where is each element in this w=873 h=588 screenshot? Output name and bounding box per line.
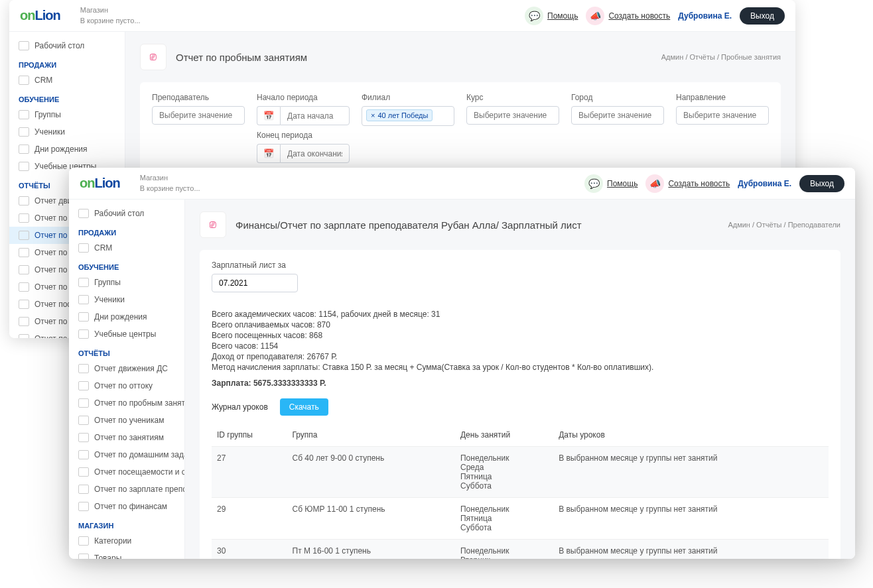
city-select[interactable]: [571, 106, 664, 125]
breadcrumb-link[interactable]: Админ: [661, 53, 684, 61]
salary-card: Зарплатный лист за Всего академических ч…: [200, 250, 840, 559]
period-input[interactable]: [212, 274, 298, 292]
create-news-link[interactable]: 📣Создать новость: [645, 174, 730, 193]
direction-select[interactable]: [676, 106, 769, 125]
sidebar-section-education: ОБУЧЕНИЕ: [9, 89, 125, 106]
label-period-end: Конец периода: [257, 131, 350, 140]
sidebar-section-reports: ОТЧЁТЫ: [69, 343, 184, 360]
teacher-select[interactable]: [152, 106, 245, 125]
sidebar-item-report[interactable]: Отчет по пробным занятиям: [69, 394, 184, 412]
sidebar-item-desktop[interactable]: Рабочий стол: [69, 205, 184, 222]
download-button[interactable]: Скачать: [280, 398, 328, 416]
store-label: Магазин: [80, 5, 141, 15]
doc-icon: [78, 485, 89, 494]
folder-icon: [19, 110, 29, 119]
sidebar-item-birthdays[interactable]: Дни рождения: [9, 141, 125, 158]
sidebar-section-education: ОБУЧЕНИЕ: [69, 257, 184, 274]
breadcrumb-link[interactable]: Отчёты: [756, 221, 781, 229]
sidebar-item-report[interactable]: Отчет движения ДС: [69, 360, 184, 377]
label-period-start: Начало периода: [257, 93, 350, 102]
page-title: Финансы/Отчет по зарплате преподавателя …: [235, 219, 582, 231]
exit-button[interactable]: Выход: [740, 7, 785, 25]
th-dates: Даты уроков: [553, 424, 829, 447]
sidebar-item-groups[interactable]: Группы: [9, 106, 125, 123]
user-name[interactable]: Дубровина Е.: [678, 11, 732, 21]
sidebar-item-crm[interactable]: CRM: [9, 72, 125, 89]
doc-icon: [19, 334, 29, 338]
window-salary-report: onLion Магазин В корзине пусто... 💬Помощ…: [69, 168, 855, 559]
sidebar-item-label: Группы: [94, 278, 121, 287]
table-row: 27Сб 40 лет 9-00 0 ступеньПонедельникСре…: [212, 447, 829, 498]
sidebar-item-report[interactable]: Отчет посещаемости и оплат: [69, 463, 184, 481]
sidebar-item-label: Ученики: [94, 295, 125, 304]
doc-icon: [19, 317, 29, 326]
doc-icon: [78, 381, 89, 390]
folder-icon: [78, 278, 89, 287]
breadcrumb-link[interactable]: Отчёты: [690, 53, 715, 61]
stat-line: Всего академических часов: 1154, рабочих…: [212, 310, 829, 319]
tag-remove-icon[interactable]: ×: [371, 111, 375, 119]
stat-line: Всего оплачиваемых часов: 870: [212, 320, 829, 329]
chat-icon: 💬: [525, 7, 543, 25]
doc-icon: [19, 248, 29, 257]
th-day: День занятий: [455, 424, 553, 447]
sidebar-item-students[interactable]: Ученики: [9, 123, 125, 141]
folder-icon: [19, 127, 29, 137]
calendar-icon[interactable]: 📅: [257, 106, 280, 125]
sidebar-item-report[interactable]: Отчет по ученикам: [69, 412, 184, 429]
sidebar-item-report[interactable]: Отчет по домашним заданиям: [69, 446, 184, 463]
doc-icon: [19, 231, 29, 240]
sidebar-item-report[interactable]: Отчет по зарплате преподавателя: [69, 481, 184, 498]
cell-days: ПонедельникПятницаСуббота: [455, 498, 553, 540]
help-link[interactable]: 💬Помощь: [525, 7, 578, 25]
folder-icon: [19, 145, 29, 154]
sidebar-item-desktop[interactable]: Рабочий стол: [9, 37, 125, 54]
sidebar-item-label: Дни рождения: [34, 145, 88, 154]
th-group: Группа: [287, 424, 455, 447]
stat-line: Всего посещенных часов: 868: [212, 331, 829, 340]
th-id: ID группы: [212, 424, 287, 447]
sidebar-item-label: Отчет по у: [34, 248, 74, 257]
doc-icon: [78, 364, 89, 373]
breadcrumb-link[interactable]: Админ: [728, 221, 750, 229]
sidebar-item-goods[interactable]: Товары: [69, 550, 184, 559]
table-row: 29Сб ЮМР 11-00 1 ступеньПонедельникПятни…: [212, 498, 829, 540]
header-store-info: Магазин В корзине пусто...: [80, 5, 141, 26]
breadcrumb-current: Преподаватели: [788, 221, 840, 229]
header-store-info: Магазин В корзине пусто...: [140, 173, 200, 194]
label-pay-period: Зарплатный лист за: [212, 261, 829, 270]
help-link[interactable]: 💬Помощь: [584, 174, 638, 193]
sidebar-item-report[interactable]: Отчет по финансам: [69, 498, 184, 515]
branch-multiselect[interactable]: ×40 лет Победы: [362, 106, 454, 126]
salary-total: Зарплата: 5675.3333333333 Р.: [212, 379, 829, 388]
sidebar-item-report[interactable]: Отчет по оттоку: [69, 377, 184, 394]
sidebar-item-birthdays[interactable]: Дни рождения: [69, 308, 184, 325]
sidebar-item-centers[interactable]: Учебные центры: [69, 325, 184, 343]
cell-id: 29: [212, 498, 287, 540]
doc-icon: [19, 213, 29, 223]
label-course: Курс: [466, 93, 559, 102]
sidebar-item-categories[interactable]: Категории: [69, 532, 184, 550]
sidebar-item-groups[interactable]: Группы: [69, 274, 184, 291]
stat-line: Доход от преподавателя: 26767 Р.: [212, 352, 829, 361]
exit-button[interactable]: Выход: [799, 175, 844, 192]
folder-icon: [19, 41, 29, 50]
branch-tag: ×40 лет Победы: [366, 109, 433, 121]
label-branch: Филиал: [362, 93, 454, 102]
sidebar-item-students[interactable]: Ученики: [69, 291, 184, 308]
create-news-link[interactable]: 📣Создать новость: [586, 7, 670, 25]
course-select[interactable]: [466, 106, 559, 125]
sidebar-item-crm[interactable]: CRM: [69, 239, 184, 257]
cell-days: ПонедельникСредаПятницаСуббота: [455, 447, 553, 498]
user-name[interactable]: Дубровина Е.: [738, 179, 791, 188]
folder-icon: [78, 312, 89, 322]
sidebar-item-report[interactable]: Отчет по занятиям: [69, 429, 184, 446]
megaphone-icon: 📣: [645, 174, 664, 193]
date-end-input[interactable]: [280, 144, 350, 163]
cell-group: Сб 40 лет 9-00 0 ступень: [287, 447, 455, 498]
calendar-icon[interactable]: 📅: [257, 144, 280, 163]
sidebar-item-label: Отчет движения ДС: [94, 364, 168, 373]
date-start-input[interactable]: [280, 106, 350, 125]
doc-icon: [19, 265, 29, 274]
sidebar-item-label: Отчет по финансам: [94, 502, 167, 511]
